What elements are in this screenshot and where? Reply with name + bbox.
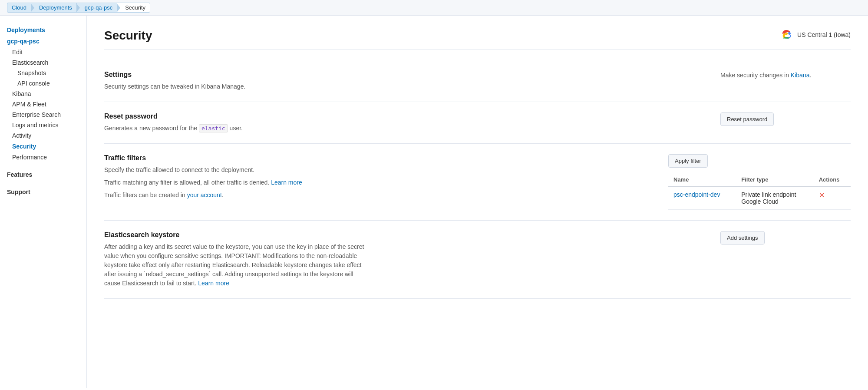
delete-filter-icon[interactable]: ✕	[819, 192, 825, 199]
keystore-title: Elasticsearch keystore	[104, 231, 365, 239]
filter-type-line1: Private link endpoint	[741, 191, 796, 198]
sidebar-deployment-name: gcp-qa-psc	[0, 36, 86, 47]
filter-table-type-header: Filter type	[736, 173, 813, 187]
add-settings-button[interactable]: Add settings	[720, 231, 765, 245]
traffic-filters-desc3: Traffic filters can be created in your a…	[104, 191, 365, 200]
settings-right-text: Make security changes in Kibana.	[720, 71, 811, 80]
table-row: psc-endpoint-dev Private link endpoint G…	[668, 187, 851, 210]
kibana-link[interactable]: Kibana	[791, 72, 810, 79]
traffic-filters-desc2-prefix: Traffic matching any filter is allowed, …	[104, 179, 271, 186]
settings-right: Make security changes in Kibana.	[720, 71, 851, 80]
region-badge: US Central 1 (Iowa)	[782, 29, 851, 41]
keystore-right: Add settings	[720, 231, 851, 245]
traffic-filters-desc3-suffix: .	[222, 192, 224, 198]
sidebar-item-edit[interactable]: Edit	[0, 47, 86, 57]
main-content: Security US Central 1 (Iowa) Settings Se…	[87, 16, 868, 388]
keystore-section: Elasticsearch keystore After adding a ke…	[104, 221, 851, 299]
settings-right-suffix: .	[809, 72, 811, 79]
sidebar-item-logs-metrics[interactable]: Logs and metrics	[0, 120, 86, 130]
sidebar-item-security[interactable]: Security	[0, 141, 86, 152]
reset-password-right: Reset password	[720, 112, 851, 126]
apply-filter-button[interactable]: Apply filter	[668, 154, 708, 168]
elastic-code: elastic	[199, 124, 228, 132]
learn-more-link[interactable]: Learn more	[271, 179, 302, 186]
reset-password-title: Reset password	[104, 112, 365, 120]
sidebar-section-features: Features	[0, 169, 86, 180]
main-layout: Deployments gcp-qa-psc Edit Elasticsearc…	[0, 16, 868, 388]
region-text: US Central 1 (Iowa)	[797, 31, 851, 38]
page-title: Security	[104, 29, 152, 43]
sidebar-item-snapshots[interactable]: Snapshots	[0, 68, 86, 78]
sidebar-item-api-console[interactable]: API console	[0, 78, 86, 89]
traffic-filters-section: Traffic filters Specify the traffic allo…	[104, 144, 851, 221]
sidebar-item-enterprise-search[interactable]: Enterprise Search	[0, 109, 86, 120]
reset-password-suffix: user.	[228, 125, 243, 132]
reset-password-button[interactable]: Reset password	[720, 112, 774, 126]
page-header: Security US Central 1 (Iowa)	[104, 29, 851, 50]
settings-left: Settings Security settings can be tweake…	[104, 71, 365, 91]
filter-table-name-header: Name	[668, 173, 736, 187]
keystore-learn-more-link[interactable]: Learn more	[198, 280, 229, 287]
sidebar-item-elasticsearch[interactable]: Elasticsearch	[0, 57, 86, 68]
keystore-left: Elasticsearch keystore After adding a ke…	[104, 231, 365, 288]
sidebar-section-support: Support	[0, 187, 86, 197]
traffic-filters-desc3-prefix: Traffic filters can be created in	[104, 192, 187, 198]
reset-password-left: Reset password Generates a new password …	[104, 112, 365, 133]
filter-table-actions-header: Actions	[814, 173, 851, 187]
keystore-desc: After adding a key and its secret value …	[104, 242, 365, 288]
sidebar: Deployments gcp-qa-psc Edit Elasticsearc…	[0, 16, 87, 388]
settings-right-prefix: Make security changes in	[720, 72, 791, 79]
sidebar-deployments-link[interactable]: Deployments	[0, 24, 86, 36]
filter-table: Name Filter type Actions psc-endpoint-de…	[668, 173, 851, 210]
sidebar-item-apm-fleet[interactable]: APM & Fleet	[0, 99, 86, 109]
keystore-desc-text: After adding a key and its secret value …	[104, 243, 364, 287]
traffic-filters-title: Traffic filters	[104, 154, 365, 162]
settings-title: Settings	[104, 71, 365, 79]
gcp-icon	[782, 29, 794, 41]
traffic-filters-right: Apply filter Name Filter type Actions ps…	[668, 154, 851, 210]
sidebar-item-activity[interactable]: Activity	[0, 130, 86, 141]
reset-password-prefix: Generates a new password for the	[104, 125, 199, 132]
breadcrumb-bar: Cloud Deployments gcp-qa-psc Security	[0, 0, 868, 16]
reset-password-desc: Generates a new password for the elastic…	[104, 124, 365, 133]
filter-type-cell: Private link endpoint Google Cloud	[736, 187, 813, 210]
sidebar-item-performance[interactable]: Performance	[0, 152, 86, 162]
your-account-link[interactable]: your account	[187, 192, 222, 198]
breadcrumb-deployment-name[interactable]: gcp-qa-psc	[76, 3, 117, 13]
settings-desc: Security settings can be tweaked in Kiba…	[104, 82, 365, 91]
settings-section: Settings Security settings can be tweake…	[104, 60, 851, 102]
reset-password-section: Reset password Generates a new password …	[104, 102, 851, 144]
breadcrumb-security: Security	[117, 3, 150, 13]
traffic-filters-desc2: Traffic matching any filter is allowed, …	[104, 178, 365, 187]
breadcrumb-cloud[interactable]: Cloud	[7, 3, 31, 13]
breadcrumb-deployments[interactable]: Deployments	[31, 3, 77, 13]
filter-type-line2: Google Cloud	[741, 198, 779, 205]
sidebar-item-kibana[interactable]: Kibana	[0, 89, 86, 99]
traffic-filters-left: Traffic filters Specify the traffic allo…	[104, 154, 365, 200]
traffic-filters-desc1: Specify the traffic allowed to connect t…	[104, 165, 365, 175]
filter-name-link[interactable]: psc-endpoint-dev	[673, 191, 720, 198]
